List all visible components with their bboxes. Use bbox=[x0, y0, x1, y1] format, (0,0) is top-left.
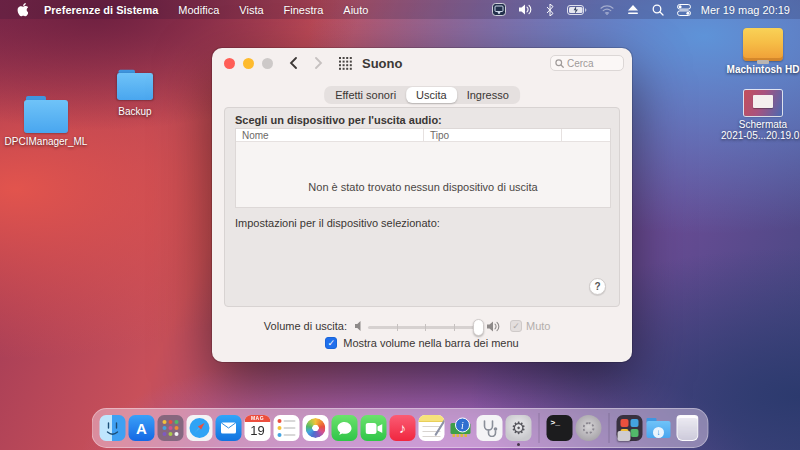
tab-bar: Effetti sonori Uscita Ingresso bbox=[324, 86, 520, 104]
dock-safari-icon[interactable] bbox=[187, 415, 213, 441]
dock-dpcimanager-icon[interactable]: i bbox=[448, 415, 474, 441]
desktop-icon-schermata[interactable]: Schermata 2021-05...20.19.01 bbox=[721, 90, 800, 141]
external-drive-icon bbox=[743, 28, 783, 61]
status-icons bbox=[492, 3, 691, 16]
dock-calendar-icon[interactable]: MAG 19 bbox=[245, 415, 271, 441]
column-header-tipo[interactable]: Tipo bbox=[424, 129, 562, 141]
menu-item-app[interactable]: Preferenze di Sistema bbox=[34, 4, 168, 16]
desktop-icon-machintosh-hd[interactable]: Machintosh HD bbox=[721, 28, 800, 75]
mute-checkbox: ✓ bbox=[510, 320, 522, 332]
desktop-icon-label: DPCIManager_ML bbox=[4, 136, 88, 147]
control-center-icon[interactable] bbox=[677, 4, 691, 16]
show-all-grid-icon[interactable] bbox=[339, 57, 352, 70]
sound-preferences-window: Suono Cerca Effetti sonori Uscita Ingres… bbox=[212, 48, 632, 362]
folder-icon bbox=[24, 100, 68, 133]
svg-text:i: i bbox=[461, 420, 464, 431]
dock-downloads-folder-icon[interactable]: ↓ bbox=[646, 415, 672, 441]
search-icon bbox=[555, 59, 564, 68]
search-placeholder: Cerca bbox=[567, 58, 594, 69]
spotlight-search-icon[interactable] bbox=[652, 4, 664, 16]
dock-applications-stack-icon[interactable] bbox=[617, 415, 643, 441]
dock-system-preferences-icon[interactable]: ⚙ bbox=[506, 415, 532, 441]
show-volume-label: Mostra volume nella barra dei menu bbox=[343, 337, 518, 349]
dock-terminal-icon[interactable]: >_ bbox=[547, 415, 573, 441]
tab-ingresso[interactable]: Ingresso bbox=[457, 87, 519, 103]
output-volume-row: Volume di uscita: ✓ Muto bbox=[212, 318, 632, 336]
show-volume-menubar-row: ✓ Mostra volume nella barra dei menu bbox=[212, 337, 632, 349]
desktop-icon-dpcimanager-ml[interactable]: DPCIManager_ML bbox=[4, 100, 88, 147]
bluetooth-icon[interactable] bbox=[546, 4, 554, 16]
back-button[interactable] bbox=[289, 57, 298, 69]
menu-bar-clock[interactable]: Mer 19 mag 20:19 bbox=[701, 4, 790, 16]
help-button[interactable]: ? bbox=[589, 278, 606, 295]
dock-music-icon[interactable]: ♪ bbox=[390, 415, 416, 441]
dock-facetime-icon[interactable] bbox=[361, 415, 387, 441]
dock-reminders-icon[interactable] bbox=[274, 415, 300, 441]
mute-label: Muto bbox=[526, 320, 550, 332]
speaker-high-icon bbox=[487, 321, 501, 332]
screenshot-thumbnail-icon bbox=[744, 90, 782, 116]
desktop-icon-label: Schermata 2021-05...20.19.01 bbox=[721, 119, 800, 141]
output-panel: Scegli un dispositivo per l'uscita audio… bbox=[224, 107, 620, 307]
dock-separator bbox=[539, 413, 540, 443]
menu-bar: Preferenze di Sistema Modifica Vista Fin… bbox=[0, 0, 800, 19]
speaker-low-icon bbox=[355, 321, 364, 331]
desktop-icon-label: Machintosh HD bbox=[721, 64, 800, 75]
battery-charging-icon[interactable] bbox=[567, 5, 587, 15]
eject-icon[interactable] bbox=[627, 5, 639, 15]
tab-uscita[interactable]: Uscita bbox=[406, 87, 457, 103]
forward-button bbox=[314, 57, 323, 69]
title-bar[interactable]: Suono Cerca bbox=[212, 48, 632, 78]
volume-slider-knob[interactable] bbox=[473, 319, 484, 336]
dock-hackintool-icon[interactable] bbox=[477, 415, 503, 441]
settings-label: Impostazioni per il dispositivo selezion… bbox=[235, 217, 440, 229]
desktop-icon-label: Backup bbox=[93, 106, 177, 117]
empty-table-message: Non è stato trovato nessun dispositivo d… bbox=[236, 181, 610, 193]
volume-icon[interactable] bbox=[519, 4, 533, 15]
menu-item-aiuto[interactable]: Aiuto bbox=[333, 4, 378, 16]
desktop: { "menu_bar": { "items": [ { "label": "P… bbox=[0, 0, 800, 450]
screenshot-app-icon[interactable] bbox=[492, 3, 506, 16]
dock-launchpad-icon[interactable] bbox=[158, 415, 184, 441]
dock-notes-icon[interactable] bbox=[419, 415, 445, 441]
menu-item-modifica[interactable]: Modifica bbox=[168, 4, 229, 16]
window-title: Suono bbox=[362, 56, 402, 71]
apple-menu-icon[interactable] bbox=[10, 3, 34, 17]
output-device-table[interactable]: Nome Tipo Non è stato trovato nessun dis… bbox=[235, 128, 611, 208]
menu-item-vista[interactable]: Vista bbox=[229, 4, 273, 16]
tab-effetti-sonori[interactable]: Effetti sonori bbox=[325, 87, 406, 103]
dock-separator bbox=[609, 413, 610, 443]
volume-slider[interactable] bbox=[368, 326, 482, 329]
dock-photos-icon[interactable] bbox=[303, 415, 329, 441]
minimize-button[interactable] bbox=[243, 58, 254, 69]
dock-app-store-icon[interactable]: A bbox=[129, 415, 155, 441]
wifi-icon[interactable] bbox=[600, 5, 614, 15]
folder-icon bbox=[117, 73, 153, 100]
zoom-button-disabled bbox=[262, 58, 273, 69]
volume-label: Volume di uscita: bbox=[242, 320, 347, 332]
menu-item-finestra[interactable]: Finestra bbox=[274, 4, 334, 16]
dock: A MAG 19 ♪ i ⚙ >_ bbox=[92, 408, 709, 448]
mute-checkbox-row: ✓ Muto bbox=[510, 320, 550, 332]
dock-mail-icon[interactable] bbox=[216, 415, 242, 441]
show-volume-checkbox[interactable]: ✓ bbox=[325, 337, 337, 349]
close-button[interactable] bbox=[224, 58, 235, 69]
column-header-nome[interactable]: Nome bbox=[236, 129, 424, 141]
output-heading: Scegli un dispositivo per l'uscita audio… bbox=[235, 114, 442, 126]
dock-finder-icon[interactable] bbox=[100, 415, 126, 441]
desktop-icon-backup[interactable]: Backup bbox=[93, 70, 177, 117]
search-input[interactable]: Cerca bbox=[550, 55, 624, 71]
dock-messages-icon[interactable] bbox=[332, 415, 358, 441]
dock-trash-icon[interactable] bbox=[677, 415, 699, 441]
dock-disc-utility-icon[interactable] bbox=[576, 415, 602, 441]
table-header: Nome Tipo bbox=[236, 129, 610, 142]
